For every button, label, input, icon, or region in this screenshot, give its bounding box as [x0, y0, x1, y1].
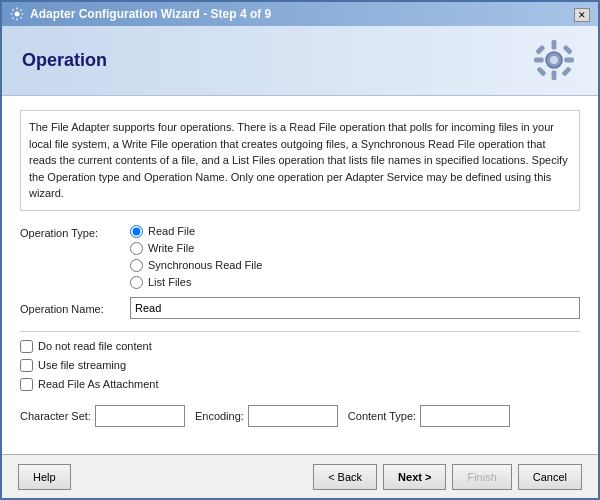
help-button[interactable]: Help	[18, 464, 71, 490]
svg-point-0	[15, 12, 20, 17]
checkbox-item-attachment[interactable]: Read File As Attachment	[20, 378, 580, 391]
title-bar-controls: ✕	[574, 7, 590, 22]
encoding-group: Encoding:	[195, 405, 338, 427]
checkbox-attachment-label: Read File As Attachment	[38, 378, 158, 390]
svg-rect-6	[564, 58, 574, 63]
svg-rect-3	[552, 40, 557, 50]
encoding-input[interactable]	[248, 405, 338, 427]
radio-write-label: Write File	[148, 242, 194, 254]
close-button[interactable]: ✕	[574, 8, 590, 22]
encoding-label: Encoding:	[195, 410, 244, 422]
description-text: The File Adapter supports four operation…	[20, 110, 580, 211]
operation-name-row: Operation Name:	[20, 297, 580, 319]
radio-item-list[interactable]: List Files	[130, 276, 262, 289]
radio-group: Read File Write File Synchronous Read Fi…	[130, 225, 262, 289]
back-button[interactable]: < Back	[313, 464, 377, 490]
radio-sync-label: Synchronous Read File	[148, 259, 262, 271]
radio-list-label: List Files	[148, 276, 191, 288]
checkbox-item-no-read[interactable]: Do not read file content	[20, 340, 580, 353]
radio-read-file[interactable]	[130, 225, 143, 238]
svg-rect-7	[535, 45, 545, 55]
header-gear-icon	[530, 36, 578, 84]
svg-rect-4	[552, 70, 557, 80]
finish-button[interactable]: Finish	[452, 464, 511, 490]
charset-group: Character Set:	[20, 405, 185, 427]
content-area: The File Adapter supports four operation…	[2, 96, 598, 454]
extra-fields-row: Character Set: Encoding: Content Type:	[20, 405, 580, 427]
charset-input[interactable]	[95, 405, 185, 427]
gear-icon	[10, 7, 24, 21]
title-bar-text: Adapter Configuration Wizard - Step 4 of…	[10, 7, 271, 21]
header-title: Operation	[22, 50, 107, 71]
content-type-group: Content Type:	[348, 405, 510, 427]
main-window: Adapter Configuration Wizard - Step 4 of…	[0, 0, 600, 500]
checkbox-group: Do not read file content Use file stream…	[20, 340, 580, 391]
content-type-input[interactable]	[420, 405, 510, 427]
content-type-label: Content Type:	[348, 410, 416, 422]
svg-rect-10	[561, 66, 571, 76]
checkbox-no-read-label: Do not read file content	[38, 340, 152, 352]
svg-rect-5	[534, 58, 544, 63]
operation-type-label: Operation Type:	[20, 225, 130, 239]
radio-item-read[interactable]: Read File	[130, 225, 262, 238]
header-band: Operation	[2, 26, 598, 96]
checkbox-streaming[interactable]	[20, 359, 33, 372]
radio-write-file[interactable]	[130, 242, 143, 255]
svg-rect-8	[563, 45, 573, 55]
cancel-button[interactable]: Cancel	[518, 464, 582, 490]
radio-item-sync[interactable]: Synchronous Read File	[130, 259, 262, 272]
footer-buttons: < Back Next > Finish Cancel	[313, 464, 582, 490]
radio-sync-read[interactable]	[130, 259, 143, 272]
svg-point-2	[550, 56, 558, 64]
operation-name-input[interactable]	[130, 297, 580, 319]
operation-name-label: Operation Name:	[20, 301, 130, 315]
radio-item-write[interactable]: Write File	[130, 242, 262, 255]
radio-read-label: Read File	[148, 225, 195, 237]
operation-type-row: Operation Type: Read File Write File Syn…	[20, 225, 580, 289]
checkbox-no-read[interactable]	[20, 340, 33, 353]
radio-list-files[interactable]	[130, 276, 143, 289]
footer: Help < Back Next > Finish Cancel	[2, 454, 598, 498]
svg-rect-9	[536, 66, 546, 76]
checkbox-item-streaming[interactable]: Use file streaming	[20, 359, 580, 372]
checkbox-streaming-label: Use file streaming	[38, 359, 126, 371]
title-bar: Adapter Configuration Wizard - Step 4 of…	[2, 2, 598, 26]
checkbox-attachment[interactable]	[20, 378, 33, 391]
divider	[20, 331, 580, 332]
charset-label: Character Set:	[20, 410, 91, 422]
next-button[interactable]: Next >	[383, 464, 446, 490]
